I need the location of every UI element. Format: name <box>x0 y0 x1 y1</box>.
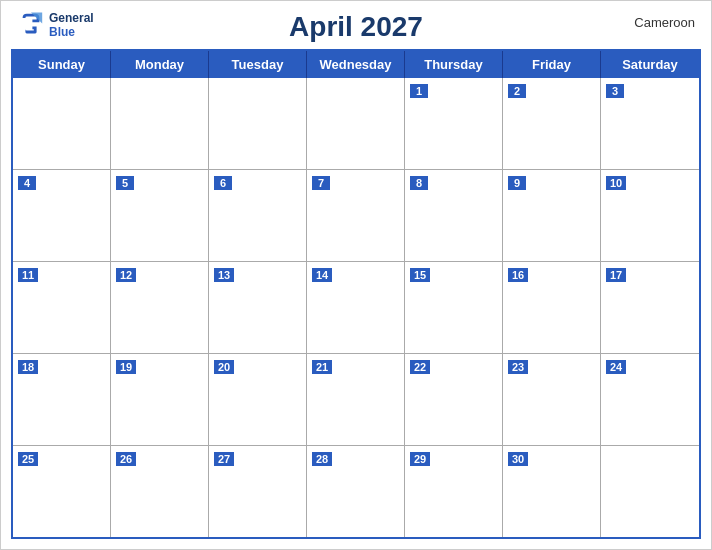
day-cell-0-3 <box>307 78 405 169</box>
day-number-12: 12 <box>116 268 136 282</box>
day-cell-1-5: 9 <box>503 170 601 261</box>
day-cell-2-4: 15 <box>405 262 503 353</box>
day-number-16: 16 <box>508 268 528 282</box>
header-friday: Friday <box>503 51 601 78</box>
day-cell-2-5: 16 <box>503 262 601 353</box>
day-number-27: 27 <box>214 452 234 466</box>
day-cell-3-4: 22 <box>405 354 503 445</box>
day-headers-row: Sunday Monday Tuesday Wednesday Thursday… <box>13 51 699 78</box>
day-cell-3-0: 18 <box>13 354 111 445</box>
day-cell-0-4: 1 <box>405 78 503 169</box>
logo-blue: Blue <box>49 25 94 39</box>
week-row-1: 123 <box>13 78 699 170</box>
day-cell-3-5: 23 <box>503 354 601 445</box>
header-monday: Monday <box>111 51 209 78</box>
day-cell-2-2: 13 <box>209 262 307 353</box>
day-cell-4-0: 25 <box>13 446 111 537</box>
logo-text: General Blue <box>49 11 94 40</box>
calendar-grid: Sunday Monday Tuesday Wednesday Thursday… <box>11 49 701 539</box>
week-row-2: 45678910 <box>13 170 699 262</box>
day-cell-3-6: 24 <box>601 354 699 445</box>
day-number-29: 29 <box>410 452 430 466</box>
day-number-1: 1 <box>410 84 428 98</box>
day-cell-3-1: 19 <box>111 354 209 445</box>
day-cell-0-2 <box>209 78 307 169</box>
day-cell-4-5: 30 <box>503 446 601 537</box>
day-cell-1-4: 8 <box>405 170 503 261</box>
day-number-2: 2 <box>508 84 526 98</box>
header-sunday: Sunday <box>13 51 111 78</box>
day-number-22: 22 <box>410 360 430 374</box>
day-cell-1-2: 6 <box>209 170 307 261</box>
day-number-23: 23 <box>508 360 528 374</box>
day-number-10: 10 <box>606 176 626 190</box>
calendar-title: April 2027 <box>289 11 423 43</box>
day-cell-4-3: 28 <box>307 446 405 537</box>
day-cell-4-4: 29 <box>405 446 503 537</box>
day-number-20: 20 <box>214 360 234 374</box>
day-number-17: 17 <box>606 268 626 282</box>
day-cell-2-1: 12 <box>111 262 209 353</box>
day-number-30: 30 <box>508 452 528 466</box>
header-thursday: Thursday <box>405 51 503 78</box>
day-cell-3-2: 20 <box>209 354 307 445</box>
day-cell-4-6 <box>601 446 699 537</box>
day-number-24: 24 <box>606 360 626 374</box>
day-number-7: 7 <box>312 176 330 190</box>
day-number-14: 14 <box>312 268 332 282</box>
day-cell-1-0: 4 <box>13 170 111 261</box>
week-row-3: 11121314151617 <box>13 262 699 354</box>
logo: General Blue <box>17 11 94 40</box>
calendar-header: General Blue April 2027 Cameroon <box>1 1 711 49</box>
day-number-25: 25 <box>18 452 38 466</box>
day-cell-2-0: 11 <box>13 262 111 353</box>
day-cell-0-6: 3 <box>601 78 699 169</box>
day-cell-2-3: 14 <box>307 262 405 353</box>
day-cell-1-3: 7 <box>307 170 405 261</box>
day-number-6: 6 <box>214 176 232 190</box>
day-number-21: 21 <box>312 360 332 374</box>
day-cell-1-6: 10 <box>601 170 699 261</box>
day-cell-0-0 <box>13 78 111 169</box>
day-number-18: 18 <box>18 360 38 374</box>
day-number-15: 15 <box>410 268 430 282</box>
weeks-container: 1234567891011121314151617181920212223242… <box>13 78 699 537</box>
day-cell-2-6: 17 <box>601 262 699 353</box>
day-number-26: 26 <box>116 452 136 466</box>
week-row-5: 252627282930 <box>13 446 699 537</box>
day-number-9: 9 <box>508 176 526 190</box>
day-cell-4-2: 27 <box>209 446 307 537</box>
calendar-container: General Blue April 2027 Cameroon Sunday … <box>0 0 712 550</box>
day-number-13: 13 <box>214 268 234 282</box>
day-cell-1-1: 5 <box>111 170 209 261</box>
header-saturday: Saturday <box>601 51 699 78</box>
week-row-4: 18192021222324 <box>13 354 699 446</box>
day-cell-4-1: 26 <box>111 446 209 537</box>
day-cell-0-1 <box>111 78 209 169</box>
header-wednesday: Wednesday <box>307 51 405 78</box>
day-cell-3-3: 21 <box>307 354 405 445</box>
day-number-8: 8 <box>410 176 428 190</box>
day-cell-0-5: 2 <box>503 78 601 169</box>
day-number-11: 11 <box>18 268 38 282</box>
day-number-28: 28 <box>312 452 332 466</box>
header-tuesday: Tuesday <box>209 51 307 78</box>
country-label: Cameroon <box>634 15 695 30</box>
logo-icon <box>17 11 45 39</box>
day-number-5: 5 <box>116 176 134 190</box>
day-number-3: 3 <box>606 84 624 98</box>
day-number-19: 19 <box>116 360 136 374</box>
day-number-4: 4 <box>18 176 36 190</box>
logo-general: General <box>49 11 94 25</box>
